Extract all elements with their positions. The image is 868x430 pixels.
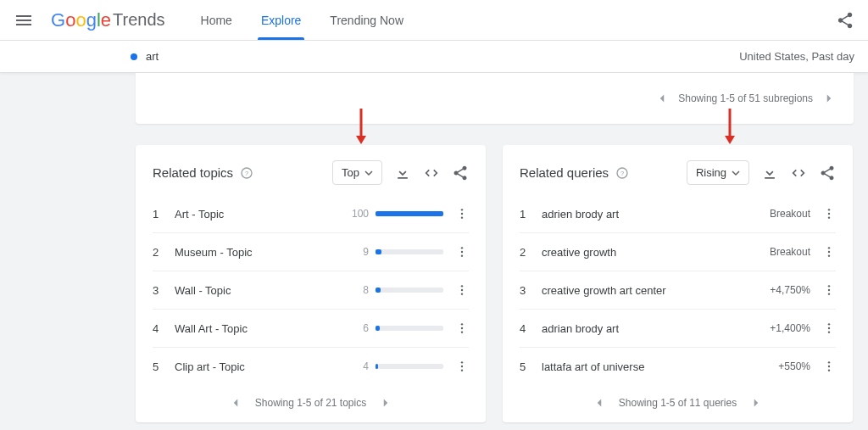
caret-down-icon (732, 169, 740, 177)
subregion-text: Showing 1-5 of 51 subregions (678, 92, 813, 104)
kebab-icon[interactable] (455, 245, 469, 259)
logo[interactable]: Google Trends (51, 9, 165, 31)
svg-point-8 (461, 251, 463, 253)
item-label: Clip art - Topic (175, 360, 347, 373)
help-icon[interactable]: ? (240, 166, 253, 180)
table-row[interactable]: 2creative growthBreakout (520, 233, 836, 271)
delta: Breakout (770, 208, 810, 220)
help-icon[interactable]: ? (615, 166, 629, 180)
svg-point-16 (461, 361, 463, 363)
rank: 3 (520, 284, 535, 297)
table-row[interactable]: 4adrian brody art+1,400% (520, 310, 836, 348)
table-row[interactable]: 1Art - Topic100 (153, 195, 469, 233)
rank: 2 (153, 246, 168, 259)
queries-title: Related queries (520, 165, 609, 180)
svg-point-10 (461, 285, 463, 287)
table-row[interactable]: 4Wall Art - Topic6 (153, 310, 469, 348)
kebab-icon[interactable] (822, 360, 836, 373)
table-row[interactable]: 3Wall - Topic8 (153, 271, 469, 310)
svg-point-28 (828, 289, 830, 291)
menu-icon[interactable] (14, 10, 34, 31)
kebab-icon[interactable] (455, 360, 469, 373)
svg-point-13 (461, 323, 463, 325)
queries-dropdown[interactable]: Rising (687, 160, 749, 185)
item-label: adrien brody art (542, 208, 770, 221)
table-row[interactable]: 3creative growth art center+4,750% (520, 271, 836, 310)
item-label: Wall - Topic (175, 284, 347, 297)
svg-point-35 (828, 369, 830, 371)
rank: 1 (153, 208, 168, 221)
chevron-left-icon[interactable] (654, 91, 670, 106)
topics-footer: Showing 1-5 of 21 topics (255, 397, 366, 409)
kebab-icon[interactable] (822, 283, 836, 297)
svg-point-14 (461, 327, 463, 329)
rank: 4 (153, 322, 168, 335)
table-row[interactable]: 1adrien brody artBreakout (520, 195, 836, 233)
subregion-card: Showing 1-5 of 51 subregions (136, 73, 854, 124)
svg-point-21 (828, 209, 830, 210)
svg-point-25 (828, 251, 830, 253)
rank: 5 (153, 360, 168, 373)
chevron-left-icon[interactable] (592, 395, 607, 410)
svg-point-15 (461, 331, 463, 332)
item-label: creative growth (542, 246, 770, 259)
table-row[interactable]: 5Clip art - Topic4 (153, 348, 469, 385)
location-time: United States, Past day (739, 50, 854, 63)
table-row[interactable]: 5lattafa art of universe+550% (520, 348, 836, 385)
rank: 1 (520, 208, 535, 221)
delta: +550% (778, 360, 810, 372)
chevron-left-icon[interactable] (228, 395, 243, 410)
svg-point-9 (461, 254, 463, 256)
termbar: art United States, Past day (0, 41, 868, 73)
logo-trends: Trends (113, 10, 165, 30)
chevron-right-icon[interactable] (748, 395, 764, 410)
kebab-icon[interactable] (455, 283, 469, 297)
delta: Breakout (770, 246, 810, 258)
search-term: art (146, 50, 159, 63)
svg-text:?: ? (620, 169, 624, 176)
topics-dropdown[interactable]: Top (332, 160, 382, 185)
topics-rows: 1Art - Topic1002Museum - Topic93Wall - T… (153, 195, 469, 385)
svg-point-5 (461, 213, 463, 215)
bar (376, 364, 443, 369)
share-icon[interactable] (836, 11, 854, 30)
topbar: Google Trends Home Explore Trending Now (0, 0, 868, 41)
score: 100 (347, 208, 369, 220)
download-icon[interactable] (761, 165, 778, 181)
rank: 2 (520, 246, 535, 259)
chevron-right-icon[interactable] (821, 91, 837, 106)
chevron-right-icon[interactable] (378, 395, 393, 410)
kebab-icon[interactable] (455, 321, 469, 335)
share-card-icon[interactable] (452, 165, 469, 181)
embed-icon[interactable] (790, 165, 807, 181)
svg-point-33 (828, 361, 830, 363)
svg-point-32 (828, 331, 830, 332)
score: 9 (347, 246, 369, 258)
svg-point-7 (461, 247, 463, 249)
svg-point-24 (828, 247, 830, 249)
table-row[interactable]: 2Museum - Topic9 (153, 233, 469, 271)
kebab-icon[interactable] (822, 245, 836, 259)
term-dot (131, 53, 137, 60)
nav-explore[interactable]: Explore (259, 2, 303, 39)
item-label: creative growth art center (542, 284, 770, 297)
topics-title: Related topics (153, 165, 233, 180)
item-label: lattafa art of universe (542, 360, 778, 373)
download-icon[interactable] (394, 165, 411, 181)
share-card-icon[interactable] (819, 165, 836, 181)
related-topics-card: Related topics ? Top 1Art - Topic1002Mus… (136, 145, 486, 422)
embed-icon[interactable] (423, 165, 440, 181)
score: 4 (347, 360, 369, 372)
kebab-icon[interactable] (455, 207, 469, 221)
svg-point-31 (828, 327, 830, 329)
nav-home[interactable]: Home (199, 2, 234, 39)
topics-dropdown-label: Top (342, 166, 359, 179)
svg-point-34 (828, 366, 830, 367)
kebab-icon[interactable] (822, 207, 836, 221)
delta: +4,750% (770, 284, 810, 296)
svg-point-30 (828, 323, 830, 325)
nav-trending[interactable]: Trending Now (328, 2, 405, 39)
kebab-icon[interactable] (822, 321, 836, 335)
nav: Home Explore Trending Now (199, 2, 405, 39)
rank: 5 (520, 360, 535, 373)
